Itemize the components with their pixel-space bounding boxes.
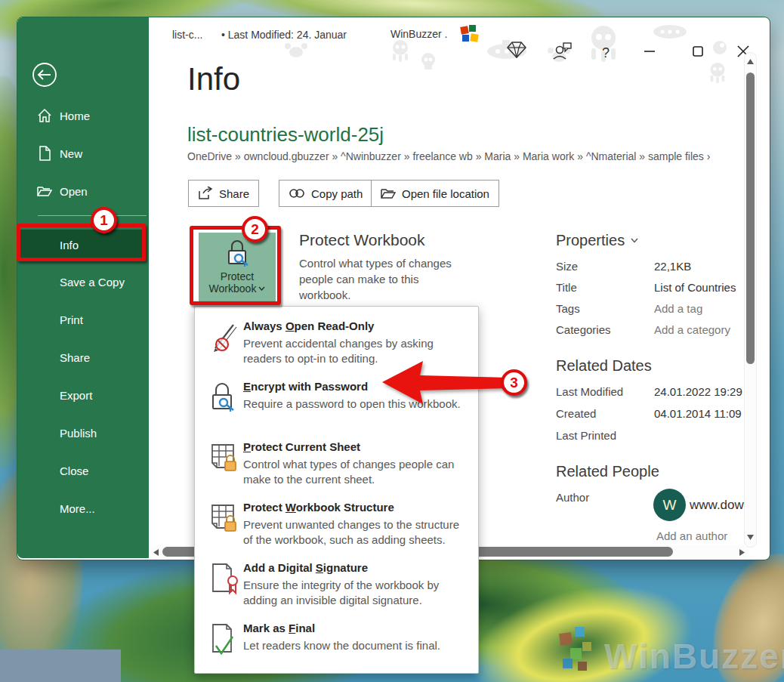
sidebar-item-label: Export (60, 389, 92, 402)
maximize-button[interactable] (687, 40, 709, 63)
author-label: Author (556, 491, 589, 504)
premium-diamond-button[interactable] (505, 39, 528, 61)
decor-skull-icon (419, 52, 437, 72)
backstage-sidebar: Home New Open Info Save a Copy Print Sha… (17, 17, 149, 558)
back-arrow-icon (32, 62, 57, 88)
sidebar-item-label: Close (60, 464, 88, 477)
vertical-scrollbar[interactable] (744, 52, 757, 548)
properties-heading-row[interactable]: Properties (556, 232, 638, 249)
back-button[interactable] (32, 62, 57, 91)
sidebar-item-open[interactable]: Open (17, 179, 149, 203)
breadcrumb[interactable]: OneDrive » owncloud.gbuzzer » ^Nwinbuzze… (187, 150, 710, 162)
sidebar-item-share[interactable]: Share (17, 345, 149, 369)
property-value-size: 22,1KB (654, 260, 691, 273)
menu-item-description: Control what types of changes people can… (243, 457, 471, 487)
property-label: Categories (556, 323, 611, 336)
help-icon: ? (602, 45, 610, 61)
last-modified-value: 24.01.2022 19:29 (654, 385, 742, 398)
share-button-label: Share (219, 187, 249, 200)
winbuzzer-watermark: WinBuzzer (604, 636, 784, 677)
author-name[interactable]: www.dow (690, 498, 744, 513)
scroll-right-icon[interactable] (739, 549, 745, 556)
menu-item-description: Ensure the integrity of the workbook by … (243, 578, 471, 608)
sidebar-item-export[interactable]: Export (17, 383, 149, 407)
sidebar-item-more[interactable]: More... (17, 496, 149, 520)
decor-octopus-icon (389, 39, 412, 63)
add-author-field[interactable]: Add an author (656, 529, 727, 542)
sidebar-item-label: Print (60, 313, 83, 326)
sidebar-item-label: Save a Copy (60, 276, 125, 289)
sidebar-item-label: Home (60, 110, 90, 122)
workbook-lock-icon (210, 502, 239, 535)
mark-final-check-icon (210, 623, 239, 656)
annotation-arrow-step3 (382, 360, 509, 406)
new-document-icon (37, 146, 52, 161)
scroll-up-icon[interactable] (747, 59, 754, 64)
property-value-title[interactable]: List of Countries (654, 281, 736, 294)
author-avatar[interactable]: W (653, 489, 686, 521)
scroll-down-icon[interactable] (747, 535, 754, 540)
scroll-left-icon[interactable] (153, 549, 159, 556)
encrypt-lock-key-icon (210, 381, 239, 415)
share-people-button[interactable] (551, 40, 573, 63)
decor-bubble-icon (712, 40, 727, 55)
sidebar-item-new[interactable]: New (17, 141, 149, 165)
annotation-badge-step3: 3 (501, 369, 527, 396)
related-date-label: Last Modified (556, 385, 623, 398)
titlebar-modified-label: • Last Modified: 24. Januar (221, 29, 347, 41)
person-feedback-icon (552, 42, 572, 60)
add-tag-field[interactable]: Add a tag (654, 302, 702, 315)
menu-item-protect-current-sheet[interactable]: Protect Current Sheet Control what types… (195, 439, 477, 498)
titlebar-account-label[interactable]: WinBuzzer . (390, 28, 447, 40)
open-file-location-button[interactable]: Open file location (371, 180, 499, 207)
annotation-box-step2 (190, 226, 281, 305)
sidebar-item-close[interactable]: Close (17, 458, 149, 483)
properties-heading: Properties (556, 232, 625, 249)
menu-item-mark-as-final[interactable]: Mark as Final Let readers know the docum… (195, 620, 477, 679)
protect-heading: Protect Workbook (299, 231, 425, 249)
decor-submarine-icon (650, 22, 690, 40)
sidebar-item-publish[interactable]: Publish (17, 421, 149, 445)
titlebar-doc-title: list-c... (172, 29, 202, 41)
desktop: WinBuzzer list-c... • Last Modified: 24.… (0, 0, 784, 682)
winbuzzer-watermark-logo (555, 625, 605, 678)
menu-item-add-digital-signature[interactable]: Add a Digital Signature Ensure the integ… (195, 560, 477, 619)
menu-item-title: Always Open Read-Only (243, 319, 374, 332)
read-only-pencil-icon (210, 321, 239, 354)
sidebar-item-print[interactable]: Print (17, 307, 149, 332)
vertical-scrollbar-thumb[interactable] (746, 73, 755, 364)
protect-description: Control what types of changes people can… (299, 255, 465, 303)
copy-path-button-label: Copy path (311, 187, 363, 200)
related-dates-heading: Related Dates (556, 357, 652, 375)
office-logo-icon (458, 23, 480, 46)
related-date-label: Created (556, 407, 596, 420)
menu-item-title: Encrypt with Password (243, 380, 368, 393)
sidebar-item-label: More... (60, 502, 95, 515)
help-button[interactable]: ? (594, 42, 617, 64)
sidebar-item-label: Open (60, 185, 88, 198)
workbook-filename: list-countries-world-25j (187, 123, 384, 147)
menu-item-title: Add a Digital Signature (243, 561, 368, 574)
share-button[interactable]: Share (188, 180, 259, 207)
add-category-field[interactable]: Add a category (654, 323, 730, 336)
sheet-lock-icon (210, 442, 239, 475)
menu-item-protect-workbook-structure[interactable]: Protect Workbook Structure Prevent unwan… (195, 499, 477, 558)
menu-item-title: Mark as Final (243, 622, 315, 634)
copy-path-button[interactable]: Copy path (279, 180, 372, 207)
wall-decor (0, 650, 121, 682)
sidebar-item-home[interactable]: Home (17, 103, 149, 128)
sidebar-item-label: Share (60, 351, 90, 364)
minimize-button[interactable] (638, 40, 661, 63)
share-icon (198, 187, 213, 200)
diamond-icon (507, 42, 526, 58)
maximize-icon (693, 46, 703, 57)
home-icon (37, 108, 52, 123)
property-label: Size (556, 260, 578, 273)
digital-signature-icon (210, 563, 239, 596)
open-folder-icon (37, 184, 52, 199)
sidebar-item-label: New (60, 147, 82, 160)
decor-crab-icon (283, 40, 309, 60)
property-label: Tags (556, 302, 580, 315)
menu-item-title: Protect Current Sheet (243, 440, 360, 453)
sidebar-item-save-a-copy[interactable]: Save a Copy (17, 270, 149, 294)
